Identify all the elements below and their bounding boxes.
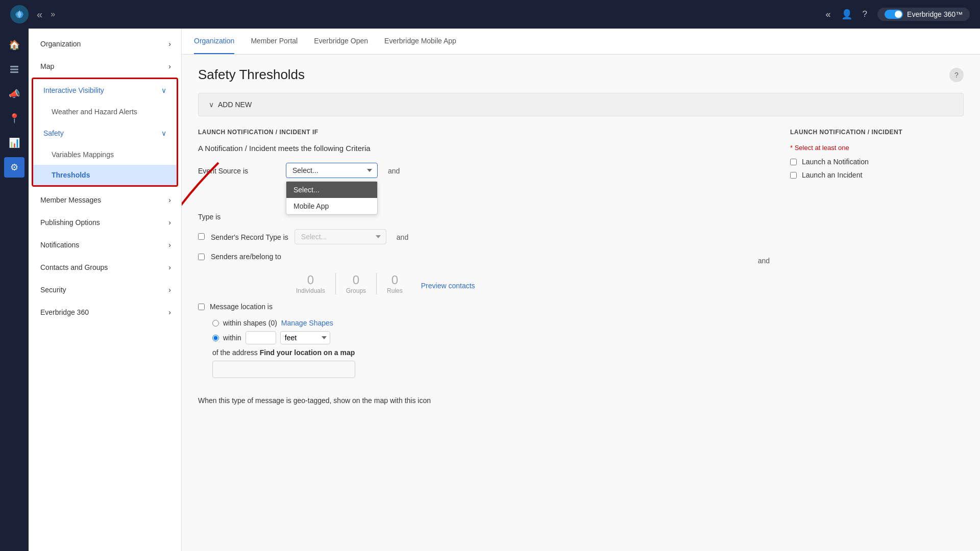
weather-hazard-label: Weather and Hazard Alerts bbox=[52, 108, 137, 116]
within-radio[interactable] bbox=[212, 335, 219, 341]
launch-criteria-title: LAUNCH NOTIFICATION / INCIDENT IF bbox=[198, 129, 770, 136]
top-nav-left: « » bbox=[10, 5, 55, 23]
collapse-icon[interactable]: « bbox=[826, 9, 831, 20]
top-nav-right: « 👤 ? Everbridge 360™ bbox=[826, 8, 970, 21]
content-area: Organization Member Portal Everbridge Op… bbox=[182, 29, 980, 551]
expand-button[interactable]: » bbox=[51, 10, 55, 19]
sidebar-organization-label: Organization bbox=[40, 40, 81, 48]
sidebar-item-security[interactable]: Security › bbox=[29, 279, 181, 301]
individuals-count: 0 bbox=[296, 273, 325, 287]
and-label-2: and bbox=[393, 229, 408, 241]
security-label: Security bbox=[40, 286, 66, 294]
user-icon[interactable]: 👤 bbox=[841, 9, 852, 20]
dropdown-option-mobile-app[interactable]: Mobile App bbox=[286, 198, 377, 214]
sidebar: Organization › Map › Interactive Visibil… bbox=[29, 29, 182, 551]
criteria-subtitle: A Notification / Incident meets the foll… bbox=[198, 144, 770, 153]
chevron-right-icon: › bbox=[168, 62, 171, 70]
senders-record-select[interactable]: Select... bbox=[295, 229, 386, 244]
icon-rail: 🏠 📣 📍 📊 ⚙ bbox=[0, 29, 29, 551]
within-value-input[interactable] bbox=[246, 331, 276, 344]
senders-record-checkbox[interactable] bbox=[198, 233, 205, 240]
sidebar-item-contacts-groups[interactable]: Contacts and Groups › bbox=[29, 256, 181, 279]
member-messages-label: Member Messages bbox=[40, 196, 101, 204]
page-help-icon[interactable]: ? bbox=[949, 68, 964, 82]
chevron-right-icon: › bbox=[168, 241, 171, 249]
sidebar-sub-thresholds[interactable]: Thresholds bbox=[33, 165, 177, 185]
type-row: Type is bbox=[198, 209, 770, 221]
launch-incident-checkbox[interactable] bbox=[790, 172, 797, 179]
tab-member-portal[interactable]: Member Portal bbox=[251, 29, 298, 54]
top-nav: « » « 👤 ? Everbridge 360™ bbox=[0, 0, 980, 29]
rail-chart[interactable]: 📊 bbox=[4, 133, 24, 153]
senders-record-row: Sender's Record Type is Select... and bbox=[198, 229, 770, 244]
geo-tagged-section: When this type of message is geo-tagged,… bbox=[198, 388, 770, 405]
sidebar-sub-variables-mappings[interactable]: Variables Mappings bbox=[33, 144, 177, 165]
launch-notification-checkbox[interactable] bbox=[790, 159, 797, 165]
rail-gear[interactable]: ⚙ bbox=[4, 157, 24, 178]
launch-action-panel: LAUNCH NOTIFICATION / INCIDENT * Select … bbox=[790, 129, 964, 405]
distance-unit-select[interactable]: feet miles meters kilometers bbox=[280, 331, 330, 344]
page-title: Safety Thresholds bbox=[198, 67, 305, 83]
preview-contacts-link[interactable]: Preview contacts bbox=[421, 278, 475, 290]
sidebar-item-safety[interactable]: Safety ∨ bbox=[33, 122, 177, 144]
find-location-link[interactable]: Find your location on a map bbox=[260, 348, 355, 357]
sidebar-item-member-messages[interactable]: Member Messages › bbox=[29, 189, 181, 211]
launch-incident-label: Launch an Incident bbox=[802, 171, 862, 179]
sidebar-item-interactive-visibility[interactable]: Interactive Visibility ∨ bbox=[33, 79, 177, 102]
dropdown-option-select[interactable]: Select... bbox=[286, 182, 377, 198]
rail-layers[interactable] bbox=[4, 59, 24, 80]
interactive-visibility-label: Interactive Visibility bbox=[43, 86, 104, 94]
sidebar-item-map[interactable]: Map › bbox=[29, 55, 181, 78]
sidebar-item-organization[interactable]: Organization › bbox=[29, 33, 181, 55]
help-icon[interactable]: ? bbox=[863, 9, 867, 19]
launch-criteria-panel: LAUNCH NOTIFICATION / INCIDENT IF A Noti… bbox=[198, 129, 770, 405]
svg-rect-2 bbox=[10, 69, 18, 70]
manage-shapes-link[interactable]: Manage Shapes bbox=[281, 319, 333, 327]
launch-notification-option: Launch a Notification bbox=[790, 158, 964, 166]
sidebar-item-publishing-options[interactable]: Publishing Options › bbox=[29, 211, 181, 234]
svg-rect-3 bbox=[10, 71, 18, 73]
address-prefix-text: of the address Find your location on a m… bbox=[198, 348, 770, 357]
launch-notification-label: Launch a Notification bbox=[802, 158, 869, 166]
chevron-right-icon: › bbox=[168, 40, 171, 48]
everbridge-badge[interactable]: Everbridge 360™ bbox=[877, 8, 970, 21]
tab-mobile-app[interactable]: Everbridge Mobile App bbox=[384, 29, 456, 54]
add-new-bar[interactable]: ∨ ADD NEW bbox=[198, 93, 964, 116]
page-header: Safety Thresholds ? bbox=[198, 67, 964, 83]
individuals-stat: 0 Individuals bbox=[286, 273, 336, 294]
sidebar-sub-weather-hazard[interactable]: Weather and Hazard Alerts bbox=[33, 102, 177, 122]
sidebar-item-notifications[interactable]: Notifications › bbox=[29, 234, 181, 256]
and-label-1: and bbox=[384, 163, 400, 175]
required-note: * Select at least one bbox=[790, 144, 964, 152]
message-location-checkbox[interactable] bbox=[198, 304, 205, 310]
safety-label: Safety bbox=[43, 129, 64, 137]
rail-megaphone[interactable]: 📣 bbox=[4, 84, 24, 104]
message-location-label: Message location is bbox=[210, 303, 273, 311]
rules-count: 0 bbox=[387, 273, 403, 287]
chevron-right-icon: › bbox=[168, 286, 171, 294]
rail-location[interactable]: 📍 bbox=[4, 108, 24, 129]
chevron-down-add: ∨ bbox=[209, 101, 214, 109]
chevron-down-icon: ∨ bbox=[161, 86, 166, 94]
event-source-select[interactable]: Select... bbox=[286, 163, 378, 178]
tab-everbridge-open[interactable]: Everbridge Open bbox=[314, 29, 368, 54]
address-input-field[interactable] bbox=[212, 361, 355, 378]
groups-stat: 0 Groups bbox=[336, 273, 377, 294]
senders-belong-checkbox[interactable] bbox=[198, 254, 205, 260]
chevron-right-icon: › bbox=[168, 218, 171, 227]
publishing-options-label: Publishing Options bbox=[40, 218, 100, 227]
senders-belong-label: Senders are/belong to bbox=[211, 253, 281, 261]
main-body: 🏠 📣 📍 📊 ⚙ Organization › Map › Interacti… bbox=[0, 29, 980, 551]
tab-organization[interactable]: Organization bbox=[194, 29, 234, 54]
everbridge360-label: Everbridge 360 bbox=[40, 308, 89, 316]
everbridge-toggle[interactable] bbox=[885, 10, 903, 19]
senders-record-label: Sender's Record Type is bbox=[211, 229, 288, 241]
rail-home[interactable]: 🏠 bbox=[4, 35, 24, 55]
chevron-right-icon: › bbox=[168, 196, 171, 204]
event-source-row: Event Source is Select... and Select... … bbox=[198, 163, 770, 178]
sidebar-item-everbridge360[interactable]: Everbridge 360 › bbox=[29, 301, 181, 323]
collapse-button[interactable]: « bbox=[37, 9, 42, 20]
sidebar-map-label: Map bbox=[40, 62, 54, 70]
groups-label: Groups bbox=[346, 287, 366, 294]
within-shapes-radio[interactable] bbox=[212, 320, 219, 327]
